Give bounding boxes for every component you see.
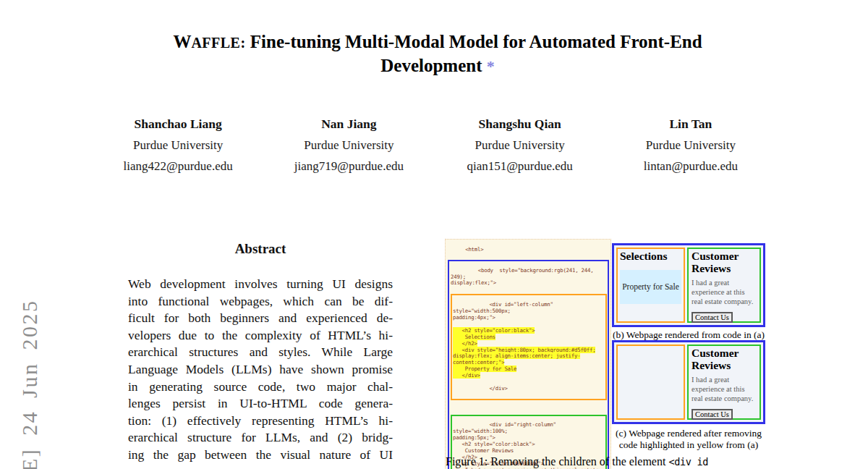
author-affiliation: Purdue University [605,138,776,153]
paper-title: WAFFLE: Fine-tuning Multi-Modal Model fo… [105,30,770,78]
figure-caption: Figure 1: Removing the children of the e… [446,454,778,469]
abstract-line: erarchical structure for LLMs, and (2) b… [128,429,393,447]
abstract-line: lenges persist in UI-to-HTML code genera… [128,395,393,413]
author-email: jiang719@purdue.edu [263,159,434,174]
abstract-paragraph: Web development involves turning UI desi… [128,276,393,464]
abstract-line: ing the gap between the visual nature of… [128,447,393,464]
webpage-panel-c: Customer Reviews I had a great experienc… [612,340,765,424]
rendered-left-column-empty [616,345,685,420]
author-name: Nan Jiang [263,116,434,132]
highlighted-code-block: <h2 style="color:black"> Selections </h2… [453,328,605,379]
highlighted-code: <h2 style="color:black"> Selections </h2… [453,327,595,379]
left-column-element-box: <div id="left-column" style="width:500px… [451,294,607,400]
author-card: Nan Jiang Purdue University jiang719@pur… [263,116,434,174]
code-body-open: <body style="background:rgb(241, 244, 24… [451,267,597,287]
customer-reviews-heading: Customer Reviews [692,347,757,371]
author-name: Shangshu Qian [435,116,605,132]
caption-c-line1: (c) Webpage rendered after removing [605,428,773,439]
title-main-text: Fine-tuning Multi-Modal Model for Automa… [246,32,702,51]
customer-reviews-heading: Customer Reviews [692,250,757,274]
abstract-line: tion: (1) effectively representing HTML’… [128,413,393,430]
review-paragraph: I had a great experience at this real es… [692,279,757,306]
paper-page: E] 24 Jun 2025 WAFFLE: Fine-tuning Multi… [0,0,868,469]
contact-us-button: Contact Us [692,409,733,420]
caption-c-line2: code highlighted in yellow from (a) [605,439,773,451]
title-lead-cap: W [173,32,191,51]
title-line-1: WAFFLE: Fine-tuning Multi-Modal Model fo… [105,30,770,54]
code-left-column-close: </div> [483,385,508,392]
rendered-right-column: Customer Reviews I had a great experienc… [687,248,761,323]
abstract-line: in generating source code, two major cha… [128,379,393,396]
selections-heading: Selections [620,250,681,263]
arxiv-stamp: E] 24 Jun 2025 [17,300,42,469]
html-css-code: <html> <body style="background:rgb(241, … [445,239,611,469]
caption-c: (c) Webpage rendered after removing code… [605,428,773,451]
title-small-caps: AFFLE: [191,35,245,51]
title-line-2: Development * [105,54,770,78]
figure-code-panel: <html> <body style="background:rgb(241, … [445,239,611,469]
review-paragraph: I had a great experience at this real es… [692,376,757,403]
figure-caption-code: <div id [668,456,708,468]
author-affiliation: Purdue University [93,138,263,153]
author-name: Lin Tan [605,116,776,132]
code-html-open: <html> [465,246,483,253]
abstract-line: Web development involves turning UI desi… [128,276,393,293]
abstract-line: erarchical structures and styles. While … [128,344,393,361]
author-email: lintan@purdue.edu [605,159,776,174]
author-email: liang422@purdue.edu [93,159,263,174]
rendered-right-column: Customer Reviews I had a great experienc… [687,345,761,420]
author-card: Lin Tan Purdue University lintan@purdue.… [605,116,776,174]
author-email: qian151@purdue.edu [435,159,605,174]
author-card: Shangshu Qian Purdue University qian151@… [435,116,605,174]
author-card: Shanchao Liang Purdue University liang42… [93,116,263,174]
abstract-line: ficult for both beginners and experience… [128,310,393,327]
webpage-panel-b: Selections Property for Sale Customer Re… [612,243,765,327]
abstract-line: Language Models (LLMs) have shown promis… [128,361,393,379]
title-line2-text: Development [380,56,487,75]
authors-row: Shanchao Liang Purdue University liang42… [93,116,776,174]
abstract-heading: Abstract [128,241,393,257]
caption-b: (b) Webpage rendered from code in (a) [605,329,773,341]
author-affiliation: Purdue University [263,138,434,153]
author-affiliation: Purdue University [435,138,605,153]
rendered-left-column: Selections Property for Sale [616,248,685,323]
body-element-box: <body style="background:rgb(241, 244, 24… [448,260,609,469]
abstract-line: velopers due to the complexity of HTML’s… [128,327,393,345]
abstract-line: into functional webpages, which can be d… [128,293,393,310]
contact-us-button: Contact Us [692,312,733,323]
author-name: Shanchao Liang [93,116,263,132]
code-left-column-open: <div id="left-column" style="width:500px… [453,301,556,321]
property-for-sale-box: Property for Sale [620,270,681,304]
figure-caption-text: Figure 1: Removing the children of the e… [446,455,668,468]
title-footnote-asterisk: * [487,57,495,75]
